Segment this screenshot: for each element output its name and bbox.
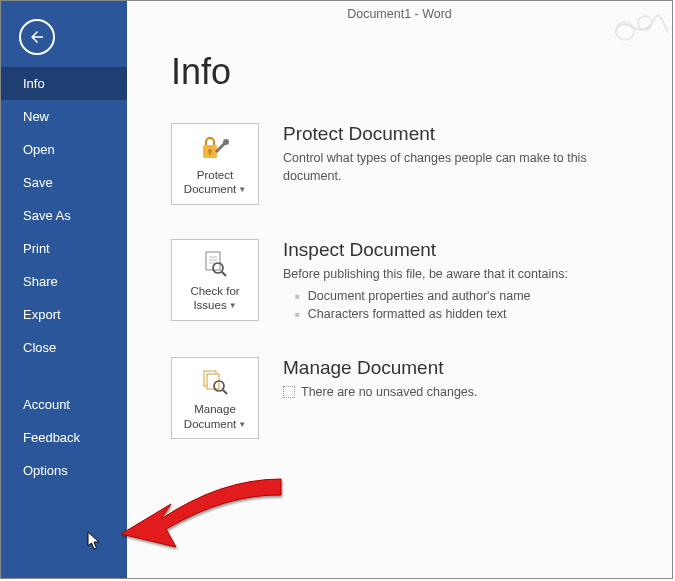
section-body: Manage Document There are no unsaved cha… [283, 357, 642, 401]
section-protect-document: Protect Document▼ Protect Document Contr… [171, 123, 642, 205]
inspect-issues-list: Document properties and author's name Ch… [283, 287, 642, 323]
section-body: Protect Document Control what types of c… [283, 123, 642, 185]
tile-label: Protect [197, 169, 233, 181]
lock-key-icon [176, 132, 254, 164]
svg-point-5 [223, 139, 229, 145]
tile-label: Check for [190, 285, 239, 297]
sidebar-item-label: Account [23, 397, 70, 412]
section-manage-document: Manage Document▼ Manage Document There a… [171, 357, 642, 439]
chevron-down-icon: ▼ [238, 420, 246, 430]
sidebar-item-new[interactable]: New [1, 100, 127, 133]
back-arrow-icon [28, 28, 46, 46]
sidebar-item-info[interactable]: Info [1, 67, 127, 100]
backstage-view: Document1 - Word Info New Open Save Save… [0, 0, 673, 579]
page-title: Info [171, 51, 642, 93]
backstage-main: Info Protect Document▼ Pro [127, 1, 672, 578]
sidebar-item-label: Save As [23, 208, 71, 223]
inspect-document-heading: Inspect Document [283, 239, 642, 261]
sidebar-item-save[interactable]: Save [1, 166, 127, 199]
list-item: Characters formatted as hidden text [295, 305, 642, 323]
back-button[interactable] [19, 19, 55, 55]
inspect-document-desc: Before publishing this file, be aware th… [283, 265, 642, 323]
sidebar-item-label: Open [23, 142, 55, 157]
unsaved-placeholder-icon [283, 386, 295, 398]
sidebar-item-account[interactable]: Account [1, 388, 127, 421]
sidebar-item-close[interactable]: Close [1, 331, 127, 364]
section-body: Inspect Document Before publishing this … [283, 239, 642, 323]
section-inspect-document: Check for Issues▼ Inspect Document Befor… [171, 239, 642, 323]
tile-label: Issues [193, 299, 226, 311]
sidebar-item-label: New [23, 109, 49, 124]
sidebar-item-share[interactable]: Share [1, 265, 127, 298]
sidebar-item-save-as[interactable]: Save As [1, 199, 127, 232]
protect-document-heading: Protect Document [283, 123, 642, 145]
manage-document-desc: There are no unsaved changes. [283, 383, 642, 401]
sidebar-item-export[interactable]: Export [1, 298, 127, 331]
svg-line-11 [222, 272, 226, 276]
sidebar-item-label: Save [23, 175, 53, 190]
manage-document-heading: Manage Document [283, 357, 642, 379]
sidebar-item-open[interactable]: Open [1, 133, 127, 166]
svg-rect-4 [209, 152, 211, 155]
sidebar-item-label: Info [23, 76, 45, 91]
sidebar-item-print[interactable]: Print [1, 232, 127, 265]
sidebar-item-label: Options [23, 463, 68, 478]
sidebar-item-label: Close [23, 340, 56, 355]
check-for-issues-button[interactable]: Check for Issues▼ [171, 239, 259, 321]
inspect-desc-intro: Before publishing this file, be aware th… [283, 267, 568, 281]
sidebar-item-options[interactable]: Options [1, 454, 127, 487]
sidebar-spacer [1, 364, 127, 388]
tile-label: Document [184, 183, 236, 195]
document-stack-magnify-icon [176, 366, 254, 398]
chevron-down-icon: ▼ [229, 301, 237, 311]
backstage-sidebar: Info New Open Save Save As Print Share E… [1, 1, 127, 578]
document-magnify-icon [176, 248, 254, 280]
sidebar-item-label: Share [23, 274, 58, 289]
protect-document-button[interactable]: Protect Document▼ [171, 123, 259, 205]
manage-document-button[interactable]: Manage Document▼ [171, 357, 259, 439]
sidebar-item-feedback[interactable]: Feedback [1, 421, 127, 454]
protect-document-desc: Control what types of changes people can… [283, 149, 642, 185]
sidebar-item-label: Export [23, 307, 61, 322]
svg-line-15 [223, 390, 227, 394]
manage-desc-text: There are no unsaved changes. [301, 385, 478, 399]
tile-label: Document [184, 418, 236, 430]
sidebar-item-label: Print [23, 241, 50, 256]
sidebar-item-label: Feedback [23, 430, 80, 445]
chevron-down-icon: ▼ [238, 185, 246, 195]
list-item: Document properties and author's name [295, 287, 642, 305]
tile-label: Manage [194, 403, 236, 415]
